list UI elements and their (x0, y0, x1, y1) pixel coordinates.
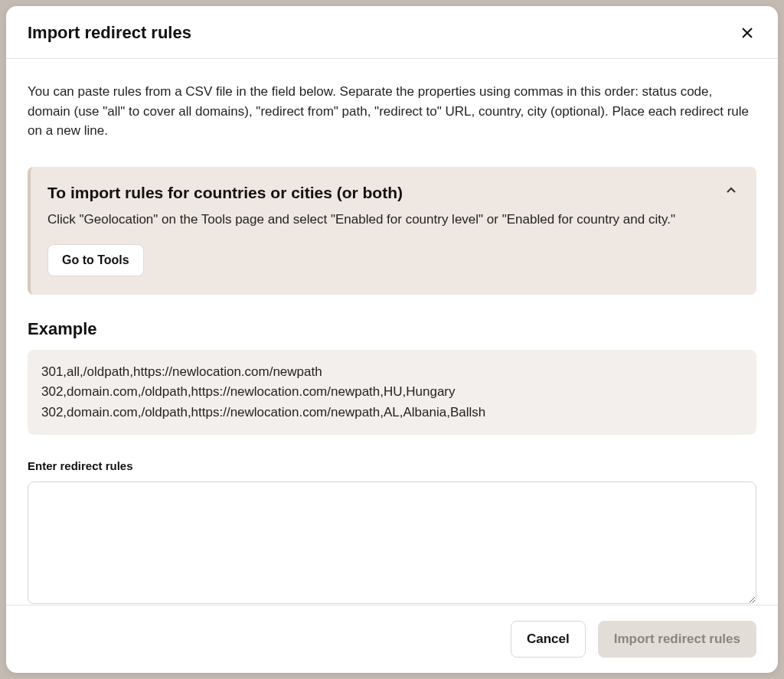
geolocation-info-panel: To import rules for countries or cities … (28, 167, 756, 295)
collapse-toggle[interactable] (724, 184, 738, 197)
go-to-tools-button[interactable]: Go to Tools (47, 244, 144, 276)
info-panel-text: Click "Geolocation" on the Tools page an… (47, 210, 738, 230)
close-icon (741, 27, 753, 39)
chevron-up-icon (726, 185, 737, 196)
modal-header: Import redirect rules (6, 6, 778, 59)
modal-title: Import redirect rules (28, 23, 191, 43)
rules-input-label: Enter redirect rules (28, 459, 756, 472)
cancel-button[interactable]: Cancel (511, 621, 586, 658)
description-text: You can paste rules from a CSV file in t… (28, 82, 756, 141)
import-button[interactable]: Import redirect rules (598, 621, 756, 658)
example-heading: Example (28, 319, 756, 339)
modal-footer: Cancel Import redirect rules (6, 605, 778, 673)
redirect-rules-textarea[interactable] (28, 482, 756, 604)
close-button[interactable] (738, 24, 756, 42)
import-redirect-rules-modal: Import redirect rules You can paste rule… (6, 6, 778, 673)
modal-body: You can paste rules from a CSV file in t… (6, 59, 778, 605)
example-code-block: 301,all,/oldpath,https://newlocation.com… (28, 350, 756, 435)
info-panel-title: To import rules for countries or cities … (47, 184, 738, 202)
